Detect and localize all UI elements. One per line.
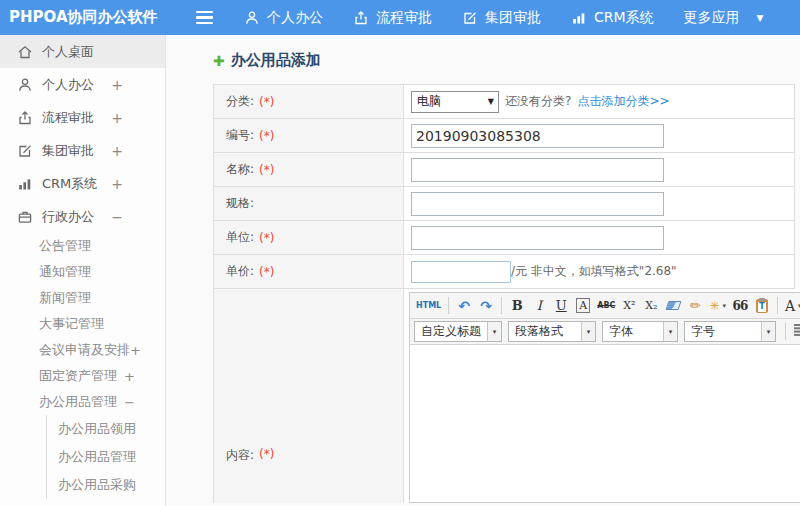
form-row-name: 名称: (*) [214,153,794,187]
source-code-button[interactable]: HTML [414,296,443,316]
caret-down-icon: ▾ [663,322,677,341]
dropdown-label: 字体 [603,323,663,340]
font-color-button[interactable]: A▾ [783,296,800,316]
unit-input[interactable] [411,226,664,250]
sidebar-item-label: 办公用品管理 [58,448,136,466]
sidebar-item-label: 集团审批 [42,142,94,160]
sidebar-item-label: 通知管理 [39,263,91,281]
category-select[interactable]: 电脑 ▼ [411,91,499,113]
sidebar-item-office-supplies-mgmt[interactable]: 办公用品管理− [0,389,165,415]
person-icon [17,77,33,93]
sidebar-item-personal-desktop[interactable]: 个人桌面 [0,35,165,68]
sidebar-item-supplies-requisition[interactable]: 办公用品领用 [46,415,165,443]
sidebar-item-label: 公告管理 [39,237,91,255]
code-input[interactable] [411,124,664,148]
expand-icon[interactable]: + [130,343,141,358]
home-icon [17,44,33,60]
format-painter-icon: ✏ [690,298,701,313]
collapse-icon[interactable]: − [111,209,123,225]
expand-icon[interactable]: + [111,77,123,93]
sidebar-item-notice-mgmt[interactable]: 通知管理 [0,259,165,285]
underline-icon: U [556,298,567,313]
editor-toolbar-row2: 自定义标题▾段落格式▾字体▾字号▾ [410,319,800,345]
dropdown-label: 字号 [685,323,761,340]
sidebar-item-supplies-mgmt[interactable]: 办公用品管理 [46,443,165,471]
sidebar-item-process-approval[interactable]: 流程审批+ [0,101,165,134]
add-category-link[interactable]: 点击添加分类>> [577,93,669,110]
font-family-dropdown[interactable]: 字体▾ [602,321,678,342]
blockquote-button[interactable]: 66 [730,296,750,316]
expand-icon[interactable]: + [111,176,123,192]
align-left-button[interactable] [791,322,800,342]
chart-icon [571,10,587,26]
nav-more-apps[interactable]: 更多应用▼ [684,9,764,27]
spec-input[interactable] [411,192,664,216]
sidebar-item-label: 新闻管理 [39,289,91,307]
price-label: 单价: [226,263,254,280]
nav-crm-system[interactable]: CRM系统 [571,9,654,27]
sidebar-item-memorabilia-mgmt[interactable]: 大事记管理 [0,311,165,337]
share-icon [17,110,33,126]
caret-down-icon: ▾ [581,322,595,341]
sidebar-item-announcement-mgmt[interactable]: 公告管理 [0,233,165,259]
nav-personal-office[interactable]: 个人办公 [244,9,323,27]
paragraph-format-dropdown[interactable]: 段落格式▾ [508,321,596,342]
sidebar-item-admin-office[interactable]: 行政办公− [0,200,165,233]
sidebar-item-crm-system[interactable]: CRM系统+ [0,167,165,200]
menu-toggle-icon[interactable] [196,11,216,25]
font-border-icon: A [576,298,590,313]
required-mark: (*) [259,231,274,245]
unit-label: 单位: [226,229,254,246]
undo-button[interactable]: ↶ [454,296,474,316]
editor-content-area[interactable] [410,345,800,502]
expand-icon[interactable]: + [124,369,135,384]
caret-down-icon: ▾ [487,322,501,341]
expand-icon[interactable]: + [111,143,123,159]
price-input[interactable] [411,261,511,283]
name-input[interactable] [411,158,664,182]
superscript-button[interactable]: X² [619,296,639,316]
font-size-dropdown[interactable]: 字号▾ [684,321,776,342]
spec-label: 规格: [226,195,254,212]
font-color-icon: A [785,298,795,314]
eraser-button[interactable] [663,296,683,316]
custom-title-dropdown[interactable]: 自定义标题▾ [414,321,502,342]
nav-process-approval[interactable]: 流程审批 [353,9,432,27]
sidebar-item-supplies-purchase[interactable]: 办公用品采购 [46,471,165,499]
sidebar-item-news-mgmt[interactable]: 新闻管理 [0,285,165,311]
chart-icon [17,176,33,192]
subscript-icon: X₂ [645,299,657,312]
nav-group-approval[interactable]: 集团审批 [462,9,541,27]
sidebar-item-label: 个人桌面 [42,43,94,61]
bold-button[interactable]: B [507,296,527,316]
underline-button[interactable]: U [551,296,571,316]
sidebar-item-fixed-assets-mgmt[interactable]: 固定资产管理+ [0,363,165,389]
sidebar-item-label: 大事记管理 [39,315,104,333]
format-painter-button[interactable]: ✏ [685,296,705,316]
expand-icon[interactable]: + [111,110,123,126]
subscript-button[interactable]: X₂ [641,296,661,316]
add-supplies-form: 分类: (*) 电脑 ▼ 还没有分类? 点击添加分类>> 编号: [213,84,795,503]
sidebar-item-label: 固定资产管理 [39,367,117,385]
sidebar-item-label: 流程审批 [42,109,94,127]
italic-button[interactable]: I [529,296,549,316]
paste-text-button[interactable]: T [752,296,772,316]
collapse-icon[interactable]: − [124,395,135,410]
font-border-button[interactable]: A [573,296,593,316]
caret-down-icon: ▼ [757,13,764,23]
toolbar-separator [448,297,449,314]
top-bar: PHPOA协同办公软件 个人办公流程审批集团审批CRM系统更多应用▼ [0,0,800,35]
share-icon [353,10,369,26]
code-label: 编号: [226,127,254,144]
strikethrough-button[interactable]: ABC [595,296,617,316]
sidebar-item-meeting-request[interactable]: 会议申请及安排+ [0,337,165,363]
sidebar-item-personal-office[interactable]: 个人办公+ [0,68,165,101]
sidebar-item-group-approval[interactable]: 集团审批+ [0,134,165,167]
auto-typeset-icon: ✳ [709,299,719,313]
superscript-icon: X² [623,299,635,312]
auto-typeset-button[interactable]: ✳▾ [707,296,728,316]
form-row-code: 编号: (*) [214,119,794,153]
redo-button[interactable]: ↷ [476,296,496,316]
edit-icon [462,10,478,26]
nav-label: 更多应用 [684,9,740,27]
